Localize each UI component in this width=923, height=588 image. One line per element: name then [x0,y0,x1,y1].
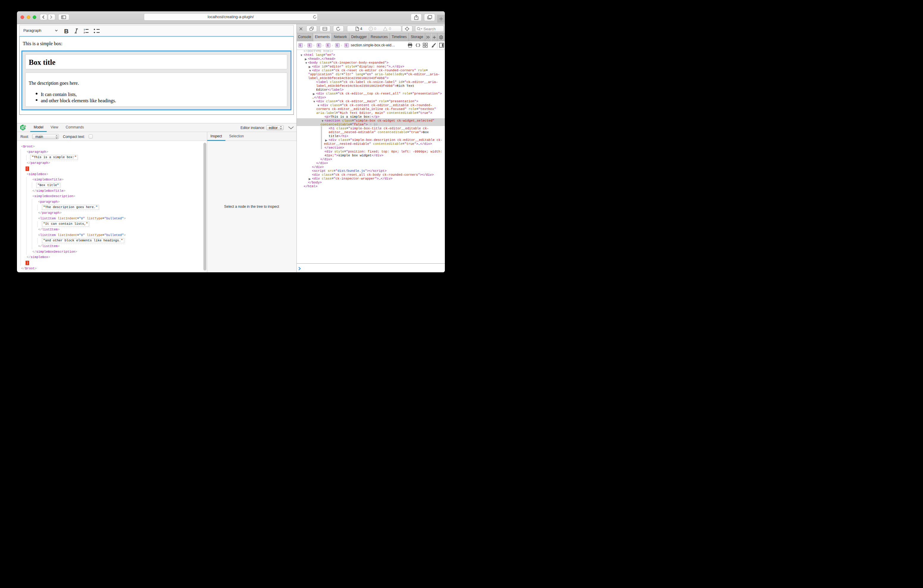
svg-text:5: 5 [24,125,25,128]
svg-text:2: 2 [84,31,85,34]
svg-text:1: 1 [84,28,85,31]
